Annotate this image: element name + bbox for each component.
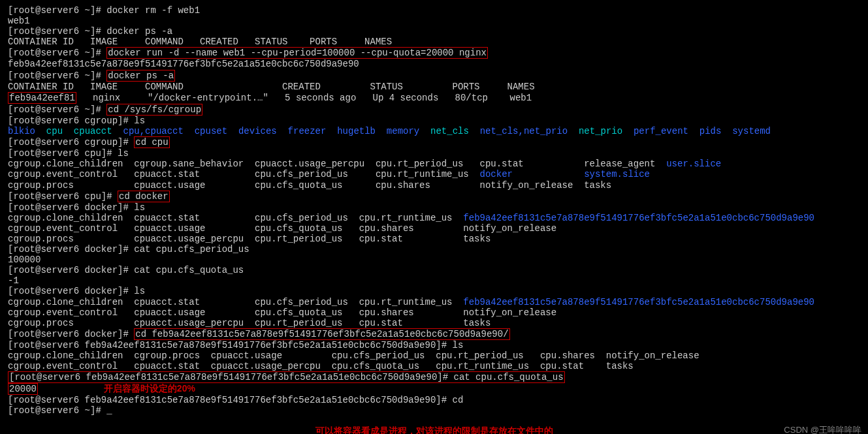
term-line: cgroup.event_control cpuacct.stat cpu.cf… <box>8 169 860 179</box>
term-line: cgroup.procs cpuacct.usage_percpu cpu.rt… <box>8 234 860 244</box>
dir: memory <box>387 126 419 136</box>
link: net_cls <box>430 126 469 136</box>
dir: system.slice <box>584 169 650 179</box>
term-line: [root@server6 ~]# docker run -d --name w… <box>8 47 860 59</box>
term-line: web1 <box>8 16 860 26</box>
highlight-cd-docker: cd docker <box>118 191 170 202</box>
term-line: [root@server6 ~]# docker ps -a <box>8 26 860 37</box>
term-line: cgroup.clone_children cgroup.sane_behavi… <box>8 159 860 169</box>
link: cpu <box>46 126 63 136</box>
term-line: [root@server6 ~]# cd /sys/fs/cgroup <box>8 104 860 116</box>
highlight-docker-ps: docker ps -a <box>106 70 175 82</box>
annotation-bottom: 可以将容器看成是进程，对该进程的限制是存放在文件中的 <box>315 426 553 434</box>
term-line: [root@server6 cpu]# ls <box>8 148 860 159</box>
term-line: [root@server6 feb9a42eef8131c5e7a878e9f5… <box>8 395 860 405</box>
term-line: [root@server6 docker]# ls <box>8 286 860 296</box>
prompt: [root@server6 docker]# <box>8 329 134 339</box>
prompt: [root@server6 cgroup]# <box>8 137 134 147</box>
highlight-cd-hash: cd feb9a42eef8131c5e7a878e9f51491776ef3b… <box>134 328 509 340</box>
ls-row: cgroup.clone_children cgroup.sane_behavi… <box>8 159 666 169</box>
link: net_prio <box>579 126 622 136</box>
prompt: [root@server6 ~]# <box>8 70 106 81</box>
term-line: feb9a42eef81 nginx "/docker-entrypoint.…… <box>8 92 860 104</box>
term-line: cgroup.procs cpuacct.usage cpu.cfs_quota… <box>8 180 860 191</box>
dir: devices <box>238 126 277 136</box>
term-line: cgroup.clone_children cpuacct.stat cpu.c… <box>8 297 860 307</box>
ls-row: cgroup.clone_children cpuacct.stat cpu.c… <box>8 213 463 223</box>
dir: docker <box>480 169 513 179</box>
term-line[interactable]: [root@server6 ~]# _ <box>8 405 860 416</box>
prompt: [root@server6 ~]# <box>8 48 106 58</box>
term-line: 100000 <box>8 255 860 265</box>
dir: systemd <box>732 126 771 136</box>
term-line: cgroup.procs cpuacct.usage_percpu cpu.rt… <box>8 318 860 328</box>
dir: hugetlb <box>337 126 376 136</box>
cgroup-list: blkio cpu cpuacct cpu,cpuacct cpuset dev… <box>8 126 860 136</box>
prompt: [root@server6 feb9a42eef8131c5e7a878e9f5… <box>9 372 454 382</box>
term-line: [root@server6 cgroup]# ls <box>8 116 860 126</box>
link: cpuacct <box>74 126 112 136</box>
highlight-container-id: feb9a42eef81 <box>8 92 76 104</box>
term-line: 20000 开启容器时设定的20% <box>8 383 860 395</box>
bottom-annotation: 可以将容器看成是进程，对该进程的限制是存放在文件中的 <box>8 426 860 434</box>
highlight-docker-run: docker run -d --name web1 --cpu-period=1… <box>106 47 488 59</box>
term-line: [root@server6 docker]# ls <box>8 202 860 213</box>
term-line: [root@server6 docker]# cat cpu.cfs_perio… <box>8 244 860 255</box>
dir: net_cls,net_prio <box>480 126 568 136</box>
cmd: cat cpu.cfs_quota_us <box>454 372 564 382</box>
term-line: feb9a42eef8131c5e7a878e9f51491776ef3bfc5… <box>8 59 860 69</box>
term-line: cgroup.event_control cpuacct.stat cpuacc… <box>8 361 860 371</box>
dir: pids <box>699 126 722 136</box>
highlight-cd-cgroup: cd /sys/fs/cgroup <box>106 104 202 116</box>
term-line: CONTAINER ID IMAGE COMMAND CREATED STATU… <box>8 37 860 47</box>
annotation-quota: 开启容器时设定的20% <box>104 383 195 394</box>
dir: user.slice <box>666 159 721 169</box>
term-line: [root@server6 cgroup]# cd cpu <box>8 136 860 148</box>
term-line: cgroup.clone_children cgroup.procs cpuac… <box>8 350 860 361</box>
term-line: [root@server6 docker]# cat cpu.cfs_quota… <box>8 265 860 275</box>
term-line: cgroup.event_control cpuacct.usage cpu.c… <box>8 223 860 234</box>
highlight-quota-value: 20000 <box>8 383 38 395</box>
dir: feb9a42eef8131c5e7a878e9f51491776ef3bfc5… <box>463 297 814 307</box>
highlight-cd-cpu: cd cpu <box>134 136 169 148</box>
term-line: -1 <box>8 275 860 286</box>
gap <box>513 169 584 179</box>
term-line: [root@server6 feb9a42eef8131c5e7a878e9f5… <box>8 340 860 350</box>
highlight-cat-quota: [root@server6 feb9a42eef8131c5e7a878e9f5… <box>8 371 565 383</box>
spacer <box>8 416 860 426</box>
dir: blkio <box>8 126 35 136</box>
dir: cpuset <box>195 126 227 136</box>
term-line: CONTAINER ID IMAGE COMMAND CREATED STATU… <box>8 82 860 92</box>
dir: cpu,cpuacct <box>123 126 183 136</box>
term-line: cgroup.clone_children cpuacct.stat cpu.c… <box>8 213 860 223</box>
term-line: [root@server6 docker]# cd feb9a42eef8131… <box>8 328 860 340</box>
gap <box>38 384 104 394</box>
dir: perf_event <box>634 126 688 136</box>
container-row: nginx "/docker-entrypoint.…" 5 seconds a… <box>76 93 532 103</box>
watermark: CSDN @王哞哞哞哞 <box>784 426 861 434</box>
dir: freezer <box>288 126 327 136</box>
prompt: [root@server6 ~]# <box>8 104 106 115</box>
term-line: [root@server6 ~]# docker rm -f web1 <box>8 5 860 16</box>
term-line: [root@server6 cpu]# cd docker <box>8 191 860 202</box>
prompt: [root@server6 cpu]# <box>8 191 118 202</box>
ls-row: cgroup.event_control cpuacct.stat cpu.cf… <box>8 169 480 179</box>
term-line: cgroup.event_control cpuacct.usage cpu.c… <box>8 307 860 318</box>
term-line: [root@server6 ~]# docker ps -a <box>8 70 860 82</box>
ls-row: cgroup.clone_children cpuacct.stat cpu.c… <box>8 297 463 307</box>
dir: feb9a42eef8131c5e7a878e9f51491776ef3bfc5… <box>463 213 814 223</box>
term-line: [root@server6 feb9a42eef8131c5e7a878e9f5… <box>8 371 860 383</box>
